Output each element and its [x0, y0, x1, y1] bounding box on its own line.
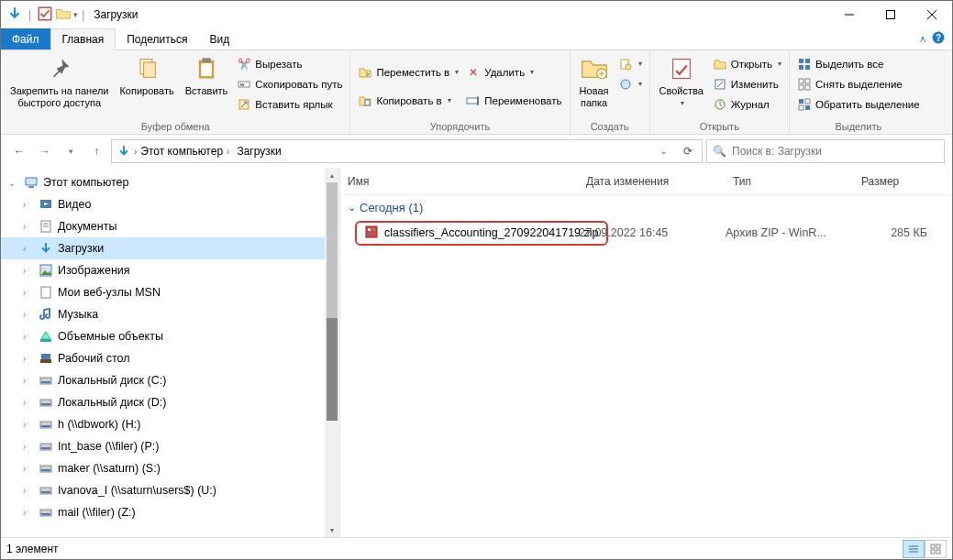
tree-item[interactable]: › Ivanova_I (\\saturn\users$) (U:)	[1, 479, 339, 501]
breadcrumb-downloads[interactable]: Загрузки	[233, 140, 284, 162]
caret-right-icon[interactable]: ›	[23, 464, 34, 474]
properties-icon	[667, 54, 696, 83]
folder-icon[interactable]	[55, 5, 72, 25]
easyaccess-button[interactable]: ▾	[618, 74, 642, 93]
col-type[interactable]: Тип	[726, 175, 854, 188]
col-size[interactable]: Размер	[854, 175, 927, 188]
group-today[interactable]: ⌄ Сегодня (1)	[340, 195, 952, 220]
refresh-button[interactable]: ⟳	[676, 145, 700, 158]
breadcrumb-pc[interactable]: Этот компьютер›	[137, 140, 233, 162]
selectinv-button[interactable]: Обратить выделение	[797, 94, 920, 114]
back-button[interactable]: ←	[8, 140, 30, 162]
address-dropdown[interactable]: ⌄	[652, 145, 676, 158]
icons-view-button[interactable]	[925, 540, 947, 558]
up-button[interactable]: ↑	[85, 140, 107, 162]
tree-item[interactable]: › h (\\dbwork) (H:)	[1, 413, 339, 435]
caret-down-icon[interactable]: ⌄	[8, 178, 19, 188]
tree-item[interactable]: › Локальный диск (D:)	[1, 391, 339, 413]
caret-right-icon[interactable]: ›	[23, 442, 34, 452]
tab-home[interactable]: Главная	[50, 28, 116, 50]
caret-right-icon[interactable]: ›	[23, 376, 34, 386]
tree-item[interactable]: › Загрузки	[1, 237, 339, 259]
details-view-button[interactable]	[903, 540, 925, 558]
caret-right-icon[interactable]: ›	[23, 288, 34, 298]
breadcrumb[interactable]: › Этот компьютер› Загрузки ⌄ ⟳	[111, 139, 703, 163]
checkbox-icon[interactable]	[37, 5, 53, 25]
delete-button[interactable]: ✕Удалить▾	[466, 62, 561, 82]
selectnone-button[interactable]: Снять выделение	[797, 74, 920, 93]
chevron-up-icon: ⋏	[919, 33, 926, 45]
tree-item[interactable]: › Музыка	[1, 303, 339, 325]
caret-right-icon[interactable]: ›	[23, 354, 34, 364]
open-button[interactable]: Открыть▾	[713, 54, 781, 73]
recent-dropdown[interactable]: ▾	[60, 140, 82, 162]
help-icon[interactable]: ?	[932, 31, 945, 47]
tree-item[interactable]: › Изображения	[1, 259, 339, 281]
caret-right-icon[interactable]: ›	[23, 266, 34, 276]
forward-button[interactable]: →	[34, 140, 56, 162]
newitem-button[interactable]: ▾	[618, 54, 642, 73]
caret-right-icon[interactable]: ›	[23, 200, 34, 210]
tree-this-pc[interactable]: ⌄ Этот компьютер	[1, 171, 339, 193]
cut-button[interactable]: ✂️Вырезать	[237, 54, 342, 73]
tree-item-label: Видео	[58, 198, 92, 211]
newfolder-button[interactable]: Новая папка	[574, 52, 615, 120]
caret-right-icon[interactable]: ›	[23, 332, 34, 342]
ribbon-expand[interactable]: ⋏ ?	[915, 28, 952, 49]
ribbon: Закрепить на панели быстрого доступа Коп…	[1, 50, 952, 135]
tree-item[interactable]: › Int_base (\\filer) (P:)	[1, 435, 339, 457]
selectall-button[interactable]: Выделить все	[797, 54, 920, 73]
caret-right-icon[interactable]: ›	[23, 508, 34, 518]
history-button[interactable]: Журнал	[713, 94, 781, 114]
caret-right-icon[interactable]: ›	[23, 310, 34, 320]
caret-right-icon[interactable]: ›	[23, 222, 34, 232]
group-select: Выделить все Снять выделение Обратить вы…	[790, 50, 927, 134]
pin-button[interactable]: Закрепить на панели быстрого доступа	[5, 52, 114, 120]
svg-rect-61	[41, 491, 50, 493]
paste-button[interactable]: Вставить	[180, 52, 234, 120]
rename-button[interactable]: Переименовать	[466, 91, 561, 110]
scroll-down-button[interactable]: ▾	[325, 522, 339, 537]
col-date[interactable]: Дата изменения	[579, 175, 726, 188]
caret-right-icon[interactable]: ›	[23, 420, 34, 430]
file-row[interactable]: classifiers_Accounting_270922041719.zip …	[340, 220, 952, 246]
moveto-button[interactable]: Переместить в▾	[358, 62, 459, 82]
copyto-button[interactable]: Копировать в▾	[358, 91, 459, 110]
tree-item[interactable]: › Видео	[1, 193, 339, 215]
tree-item[interactable]: › Рабочий стол	[1, 347, 339, 369]
tab-file[interactable]: Файл	[1, 28, 50, 49]
edit-button[interactable]: Изменить	[713, 74, 781, 93]
caret-right-icon[interactable]: ›	[23, 398, 34, 408]
tab-view[interactable]: Вид	[198, 28, 240, 49]
caret-right-icon[interactable]: ›	[23, 244, 34, 254]
tree-item[interactable]: › mail (\\filer) (Z:)	[1, 501, 339, 523]
tree-item[interactable]: › Объемные объекты	[1, 325, 339, 347]
col-name[interactable]: Имя	[340, 175, 579, 188]
properties-button[interactable]: Свойства▾	[654, 52, 709, 120]
svg-rect-37	[26, 178, 37, 185]
tree-item[interactable]: › Документы	[1, 215, 339, 237]
svg-rect-27	[799, 65, 803, 70]
close-button[interactable]	[911, 1, 952, 28]
caret-right-icon[interactable]: ›	[23, 486, 34, 496]
chevron-down-icon: ▾	[681, 97, 684, 109]
svg-rect-11	[202, 58, 210, 62]
copy-button[interactable]: Копировать	[114, 52, 179, 120]
shortcut-button[interactable]: Вставить ярлык	[237, 94, 342, 114]
maximize-button[interactable]	[870, 1, 911, 28]
copypath-button[interactable]: wСкопировать путь	[237, 74, 342, 93]
scroll-thumb[interactable]	[327, 318, 338, 420]
tree-item[interactable]: › Локальный диск (C:)	[1, 369, 339, 391]
down-arrow-icon[interactable]	[6, 5, 23, 25]
qat-dropdown-icon[interactable]: ▾	[73, 10, 78, 19]
item-icon	[38, 394, 54, 411]
search-input[interactable]: 🔍 Поиск в: Загрузки	[706, 139, 945, 163]
tree-item[interactable]: › maker (\\saturn) (S:)	[1, 457, 339, 479]
nav-scrollbar[interactable]: ▴ ▾	[325, 168, 339, 537]
tree-item[interactable]: › Мои веб-узлы MSN	[1, 281, 339, 303]
group-label-clipboard: Буфер обмена	[5, 120, 346, 134]
tab-share[interactable]: Поделиться	[116, 28, 198, 49]
scroll-up-button[interactable]: ▴	[325, 168, 339, 182]
svg-rect-72	[936, 544, 940, 548]
minimize-button[interactable]	[828, 1, 870, 28]
